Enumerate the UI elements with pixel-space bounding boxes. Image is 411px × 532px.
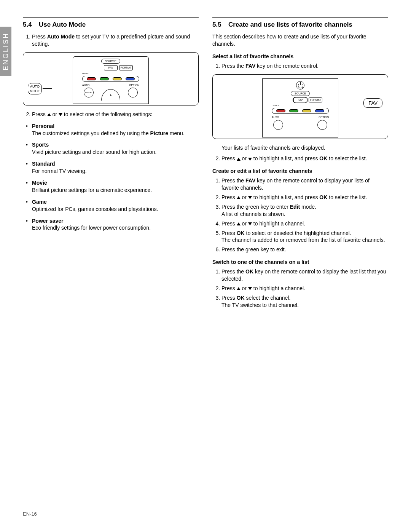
mode-name: Movie <box>32 179 199 187</box>
option-knob <box>128 88 138 97</box>
blue-key-icon <box>126 77 135 80</box>
section-title: Use Auto Mode <box>39 21 86 28</box>
red-key-icon <box>276 109 285 112</box>
up-arrow-icon <box>237 222 241 225</box>
bold: OK <box>237 295 245 301</box>
yellow-key-icon <box>113 77 122 80</box>
mode-desc: Eco friendly settings for lower power co… <box>32 225 151 231</box>
down-arrow-icon <box>248 222 252 225</box>
mode-name: Standard <box>32 160 199 168</box>
text: Press <box>221 155 237 161</box>
bold: Auto Mode <box>47 34 75 40</box>
auto-label: AUTO <box>272 115 279 119</box>
green-key-icon <box>100 77 109 80</box>
text: or <box>241 220 248 227</box>
step-2: Press or to highlight a list, and press … <box>221 155 388 162</box>
button-row: FAV FORMAT <box>73 65 148 70</box>
steps-list: Press Auto Mode to set your TV to a pred… <box>23 33 199 48</box>
step-1: Press the FAV key on the remote control … <box>221 177 388 192</box>
section-number: 5.5 <box>212 21 228 29</box>
option-label: OPTION <box>129 83 139 87</box>
text: Press <box>221 285 237 291</box>
down-arrow-icon <box>248 287 252 290</box>
text: Press the <box>221 177 245 184</box>
text: Press <box>221 194 237 200</box>
auto-label: AUTO <box>82 83 89 87</box>
text: key on the remote control. <box>255 63 319 69</box>
up-arrow-icon <box>237 196 241 199</box>
color-row <box>272 108 329 114</box>
callout-fav: FAV <box>347 98 382 108</box>
format-button: FORMAT <box>309 97 322 102</box>
mode-sports: Sports Vivid picture settings and clear … <box>32 141 199 156</box>
up-arrow-icon <box>47 113 51 116</box>
remote-body: SOURCE FAV FORMAT DEMO AUTO OPTION <box>262 78 338 137</box>
bold: Picture <box>150 130 168 136</box>
subhead-select-list: Select a list of favorite channels <box>212 53 388 60</box>
mode-desc: Brilliant picture settings for a cinemat… <box>32 187 152 193</box>
source-button: SOURCE <box>101 59 120 64</box>
steps-select-cont: Press or to highlight a list, and press … <box>212 155 388 162</box>
content-columns: 5.4Use Auto Mode Press Auto Mode to set … <box>23 17 388 313</box>
remote-body: SOURCE FAV FORMAT DEMO AUTO OPTION <box>73 56 149 104</box>
up-arrow-icon <box>237 158 241 161</box>
step-6: Press the green key to exit. <box>221 246 388 253</box>
mode-standard: Standard For normal TV viewing. <box>32 160 199 175</box>
text: to highlight a channel. <box>252 220 305 227</box>
knob-row <box>268 120 333 130</box>
text: Press the <box>221 268 245 275</box>
text: or <box>51 111 59 117</box>
lead-line <box>43 88 52 89</box>
text: or <box>241 155 248 161</box>
button-row: FAV FORMAT <box>263 97 338 102</box>
mode-desc: For normal TV viewing. <box>32 168 87 174</box>
step-3: Press OK select the channel. The TV swit… <box>221 294 388 309</box>
text: to highlight a list, and press <box>252 155 319 161</box>
mode-name: Sports <box>32 141 199 149</box>
step-5: Press OK to select or deselect the highl… <box>221 230 388 244</box>
green-key-icon <box>289 109 298 112</box>
subhead-switch: Switch to one of the channels on a list <box>212 259 388 266</box>
rule <box>23 17 199 18</box>
text: to select the list. <box>327 194 367 200</box>
step-2: Press or to highlight a list, and press … <box>221 194 388 201</box>
text: Press <box>221 295 237 301</box>
bold: OK <box>319 194 327 200</box>
mode-game: Game Optimized for PCs, games consoles a… <box>32 198 199 213</box>
callout-automode: AUTO MODE <box>28 83 52 94</box>
source-button: SOURCE <box>291 91 310 96</box>
bold: OK <box>237 230 245 236</box>
text: Press <box>221 230 237 236</box>
after-diagram-text: Your lists of favorite channels are disp… <box>221 144 388 152</box>
remote-diagram-fav: SOURCE FAV FORMAT DEMO AUTO OPTION <box>212 74 388 139</box>
option-knob <box>317 120 327 130</box>
text: to select one of the following settings: <box>62 111 153 117</box>
modes-list: Personal The customized settings you def… <box>23 123 199 232</box>
yellow-key-icon <box>302 109 311 112</box>
steps-select: Press the FAV key on the remote control. <box>212 62 388 70</box>
blue-key-icon <box>315 109 324 112</box>
callout-line1: AUTO <box>30 84 40 89</box>
right-column: 5.5Create and use lists of favorite chan… <box>212 17 388 313</box>
format-button: FORMAT <box>119 65 133 70</box>
left-column: 5.4Use Auto Mode Press Auto Mode to set … <box>23 17 199 313</box>
callout-box: FAV <box>363 98 382 108</box>
remote-diagram-automode: AUTO MODE SOURCE FAV FORMAT DEMO <box>23 52 199 105</box>
text: to highlight a channel. <box>252 285 305 291</box>
text: Press the green key to enter <box>221 204 290 210</box>
text: or <box>241 285 248 291</box>
section-title: Create and use lists of favorite channel… <box>228 21 352 28</box>
text: to highlight a list, and press <box>252 194 319 200</box>
page-number: EN-16 <box>23 511 37 518</box>
text: menu. <box>168 130 185 136</box>
mode-movie: Movie Brilliant picture settings for a c… <box>32 179 199 194</box>
section-number: 5.4 <box>23 21 39 29</box>
mode-knob <box>273 120 283 130</box>
mode-name: Game <box>32 198 199 206</box>
bold: Edit <box>290 204 300 210</box>
up-arrow-icon <box>237 287 241 290</box>
nav-knob-icon <box>101 89 120 101</box>
language-tab: ENGLISH <box>0 27 11 76</box>
steps-create-edit: Press the FAV key on the remote control … <box>212 177 388 253</box>
text: or <box>241 194 248 200</box>
